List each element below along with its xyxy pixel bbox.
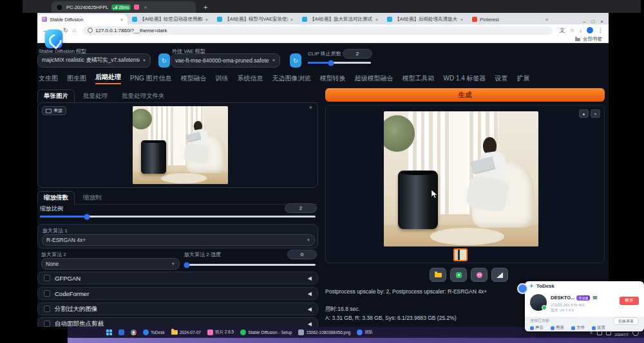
subtab-single-image[interactable]: 单张图片 — [37, 89, 75, 103]
subtab-batch-process[interactable]: 批量处理 — [77, 90, 113, 102]
accordion-gfpgan[interactable]: GFPGAN ◀ — [37, 272, 318, 284]
subtab-batch-folder[interactable]: 批量处理文件夹 — [116, 90, 171, 102]
split-checkbox[interactable] — [44, 306, 50, 312]
phone-icon[interactable]: ☎ — [592, 295, 598, 301]
tab-super-merger[interactable]: 超级模型融合 — [354, 74, 393, 84]
todesk-panel-header[interactable]: ✈ ToDesk — [525, 281, 644, 291]
upscaler2-strength-slider[interactable] — [184, 264, 316, 266]
accordion-codeformer[interactable]: CodeFormer ◀ — [37, 287, 318, 300]
translate-icon[interactable]: 文 — [559, 26, 565, 35]
record-icon[interactable] — [134, 5, 139, 10]
new-session-button[interactable]: + — [204, 3, 207, 11]
browser-tab[interactable]: 【AI绘画】绘世启动器使用教程 - 哔哩哔哩 × — [128, 14, 213, 24]
png-file-taskbar-item[interactable]: 15062-1080368456.png — [298, 329, 350, 335]
browser-tab-active[interactable]: Stable Diffusion × — [37, 14, 128, 24]
switch-screen-button[interactable]: 切换屏幕 — [613, 317, 639, 325]
tab-img2img[interactable]: 图生图 — [67, 74, 86, 84]
clip-skip-slider[interactable] — [308, 62, 371, 64]
upscaler1-dropdown[interactable]: R-ESRGAN 4x+▼ — [42, 234, 315, 246]
tab-wd14-tagger[interactable]: WD 1.4 标签器 — [443, 74, 486, 84]
tab-extensions[interactable]: 扩展 — [517, 74, 530, 84]
gallery-thumbnail-selected[interactable] — [453, 248, 468, 261]
source-image-preview[interactable] — [133, 106, 228, 184]
start-button[interactable] — [106, 329, 112, 335]
close-window-button[interactable]: × — [600, 19, 603, 24]
tab-checkpoint-merger[interactable]: 模型融合 — [180, 74, 206, 84]
slider-knob[interactable] — [184, 262, 190, 268]
save-image-button[interactable] — [450, 268, 467, 282]
tab-scale-by[interactable]: 缩放倍数 — [37, 191, 75, 205]
vae-model-dropdown[interactable]: vae-ft-mse-840000-ema-pruned.safetensors… — [171, 53, 280, 68]
address-bar[interactable]: 127.0.0.1:7860/?__theme=dark — [82, 26, 553, 35]
chrome-taskbar-item[interactable] — [131, 329, 137, 335]
disconnect-button[interactable]: 断开 — [620, 297, 639, 305]
browser-tab[interactable]: 【AI绘画】模型与VAE安装使用 - 哔哩哔哩 × — [213, 14, 298, 24]
clip-skip-value[interactable]: 2 — [343, 49, 372, 59]
sound-button[interactable]: 声音 — [530, 325, 544, 331]
clear-image-button[interactable]: × — [309, 104, 312, 111]
quality-button[interactable]: 画质 — [551, 325, 564, 331]
tab-close-icon[interactable]: × — [290, 17, 293, 22]
send-to-img2img-button[interactable] — [491, 268, 508, 282]
tab-train[interactable]: 训练 — [215, 74, 228, 84]
scale-ratio-slider[interactable] — [40, 216, 316, 218]
generate-button[interactable]: 生成 — [325, 88, 605, 102]
sd-model-dropdown[interactable]: majicMIX realistic 麦橘写实_v7.safetensors [… — [37, 53, 151, 68]
sd-setup-taskbar-item[interactable]: Stable Diffusion - Setup — [240, 329, 292, 335]
remote-session-tab[interactable]: PC-20240625HFPL 28ms × — [52, 1, 196, 13]
send-to-extras-button[interactable] — [471, 268, 488, 282]
output-image[interactable] — [384, 111, 538, 246]
refresh-sd-model-button[interactable]: ↻ — [158, 53, 170, 68]
source-image-dropzone[interactable]: 来源 × — [37, 102, 318, 188]
slider-knob[interactable] — [328, 60, 334, 66]
maximize-button[interactable]: □ — [591, 19, 594, 24]
tab-close-icon[interactable]: × — [375, 17, 378, 22]
slider-knob[interactable] — [84, 214, 90, 219]
scale-ratio-value[interactable]: 2 — [285, 203, 317, 213]
widgets-button[interactable] — [118, 329, 124, 335]
browser-tab[interactable]: 【AI绘画】放大算法对比测试 - 哔哩哔哩 × — [298, 14, 383, 24]
close-session-icon[interactable]: × — [144, 5, 147, 10]
tab-close-icon[interactable]: × — [545, 17, 548, 22]
file-transfer-button[interactable]: 文件 — [571, 325, 585, 331]
tab-txt2img[interactable]: 文生图 — [39, 74, 58, 84]
refresh-vae-button[interactable]: ↻ — [290, 53, 301, 68]
tab-extras[interactable]: 后期处理 — [95, 73, 121, 84]
site-info-icon[interactable] — [88, 28, 93, 33]
photos-taskbar-item[interactable]: 照片 2.6.5 — [207, 329, 234, 335]
tab-system-info[interactable]: 系统信息 — [237, 74, 263, 84]
tab-close-icon[interactable]: × — [205, 17, 208, 22]
tab-model-toolkit[interactable]: 模型工具箱 — [402, 74, 434, 84]
face-crop-checkbox[interactable] — [44, 320, 50, 327]
browser-tab[interactable]: 【AI绘画】后期处理高清放大 - 哔哩哔哩 × — [383, 14, 468, 24]
tab-png-info[interactable]: PNG 图片信息 — [130, 74, 171, 84]
browser-tab[interactable]: Pinterest × — [468, 14, 553, 24]
accordion-auto-face-crop[interactable]: 自动面部焦点剪裁 ◀ — [37, 317, 318, 327]
profile-avatar[interactable] — [587, 27, 593, 33]
tab-close-icon[interactable]: × — [120, 17, 123, 22]
gallery-expand-button[interactable]: ▲ — [579, 109, 589, 118]
tab-settings[interactable]: 设置 — [495, 74, 508, 84]
tab-close-icon[interactable]: × — [460, 17, 463, 22]
upscaler2-dropdown[interactable]: None▼ — [41, 258, 180, 270]
all-bookmarks-button[interactable]: 全部书签 — [583, 36, 602, 42]
codeformer-checkbox[interactable] — [44, 290, 50, 297]
tab-infinite-browser[interactable]: 无边图像浏览 — [272, 74, 310, 84]
todesk-bubble[interactable] — [517, 283, 528, 294]
todesk-taskbar-item[interactable]: ToDesk — [143, 329, 165, 335]
folder-taskbar-item[interactable]: 2024-07-07 — [171, 330, 201, 335]
tab-scale-to[interactable]: 缩放到 — [77, 192, 108, 204]
home-icon[interactable]: ⌂ — [73, 27, 76, 33]
tab-model-convert[interactable]: 模型转换 — [319, 74, 345, 84]
settings-button[interactable]: 设置 — [592, 325, 605, 331]
upscaler2-strength-value[interactable]: 0 — [287, 250, 317, 259]
minimize-button[interactable]: – — [583, 19, 585, 24]
menu-kebab-icon[interactable]: ⋮ — [598, 27, 603, 33]
open-folder-button[interactable] — [430, 268, 446, 282]
downloads-icon[interactable]: ↓ — [580, 27, 583, 33]
team-taskbar-item[interactable]: 团队 — [357, 329, 373, 335]
gallery-close-button[interactable]: × — [591, 109, 600, 118]
gfpgan-checkbox[interactable] — [44, 275, 50, 281]
accordion-split-oversized[interactable]: 分割过大的图像 ◀ — [37, 302, 318, 315]
reload-icon[interactable]: ↻ — [63, 27, 68, 33]
